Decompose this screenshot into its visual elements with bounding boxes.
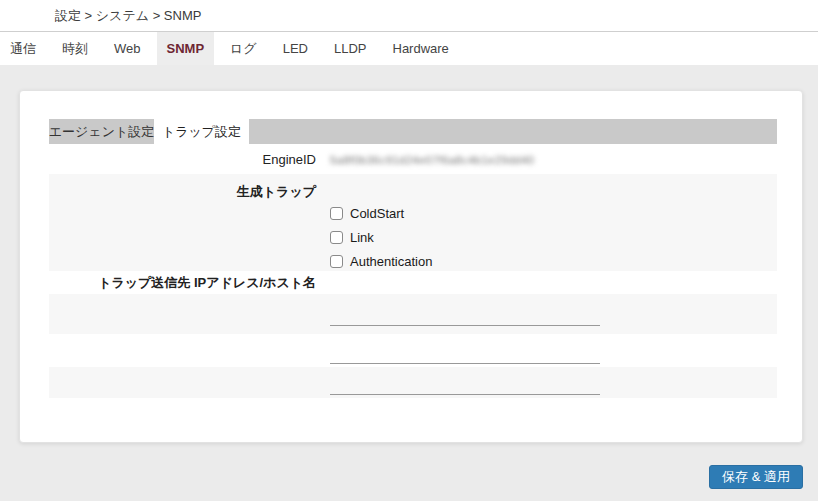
- authentication-option: Authentication: [330, 249, 777, 273]
- link-option: Link: [330, 225, 777, 249]
- generated-traps-label: 生成トラップ: [49, 174, 316, 271]
- trap-destination-label-row: トラップ送信先 IPアドレス/ホスト名: [49, 271, 777, 294]
- tab-lldp[interactable]: LLDP: [324, 32, 377, 65]
- trap-destination-input-2[interactable]: [330, 344, 600, 364]
- tab-hardware[interactable]: Hardware: [383, 32, 459, 65]
- tab-time[interactable]: 時刻: [52, 32, 98, 65]
- breadcrumb-bar: 設定 > システム > SNMP: [0, 0, 818, 32]
- engine-id-row: EngineID 5a8f0b36c91d24e07f6a8c4b1e29dd4…: [49, 144, 777, 174]
- engine-id-value-redacted: 5a8f0b36c91d24e07f6a8c4b1e29dd40: [330, 154, 534, 166]
- link-checkbox[interactable]: [330, 231, 343, 244]
- coldstart-checkbox[interactable]: [330, 207, 343, 220]
- tab-communication[interactable]: 通信: [0, 32, 46, 65]
- subtab-trap-settings[interactable]: トラップ設定: [154, 119, 249, 144]
- trap-destination-label: トラップ送信先 IPアドレス/ホスト名: [49, 274, 316, 292]
- trap-destination-input-3[interactable]: [330, 375, 600, 395]
- snmp-settings-page: 設定 > システム > SNMP 通信 時刻 Web SNMP ログ LED L…: [0, 0, 818, 501]
- save-apply-button[interactable]: 保存 & 適用: [709, 465, 803, 489]
- tab-snmp[interactable]: SNMP: [157, 32, 215, 65]
- tab-web[interactable]: Web: [104, 32, 151, 65]
- trap-destination-row-3: [49, 367, 777, 398]
- breadcrumb: 設定 > システム > SNMP: [55, 7, 201, 25]
- generated-traps-row: 生成トラップ ColdStart Link Authentication: [49, 174, 777, 271]
- authentication-label: Authentication: [350, 254, 432, 269]
- tab-log[interactable]: ログ: [220, 32, 267, 65]
- authentication-checkbox[interactable]: [330, 255, 343, 268]
- subtab-agent-settings[interactable]: エージェント設定: [49, 119, 154, 144]
- trap-destination-row-2: [49, 334, 777, 367]
- trap-destination-input-1[interactable]: [330, 306, 600, 326]
- coldstart-option: ColdStart: [330, 201, 777, 225]
- trap-destination-row-1: [49, 294, 777, 334]
- tab-led[interactable]: LED: [273, 32, 318, 65]
- subtab-strip: エージェント設定 トラップ設定: [49, 119, 777, 144]
- trap-settings-form: エージェント設定 トラップ設定 EngineID 5a8f0b36c91d24e…: [49, 119, 777, 398]
- main-tab-bar: 通信 時刻 Web SNMP ログ LED LLDP Hardware: [0, 32, 818, 65]
- coldstart-label: ColdStart: [350, 206, 404, 221]
- link-label: Link: [350, 230, 374, 245]
- snmp-settings-panel: エージェント設定 トラップ設定 EngineID 5a8f0b36c91d24e…: [19, 90, 803, 443]
- engine-id-label: EngineID: [49, 152, 316, 167]
